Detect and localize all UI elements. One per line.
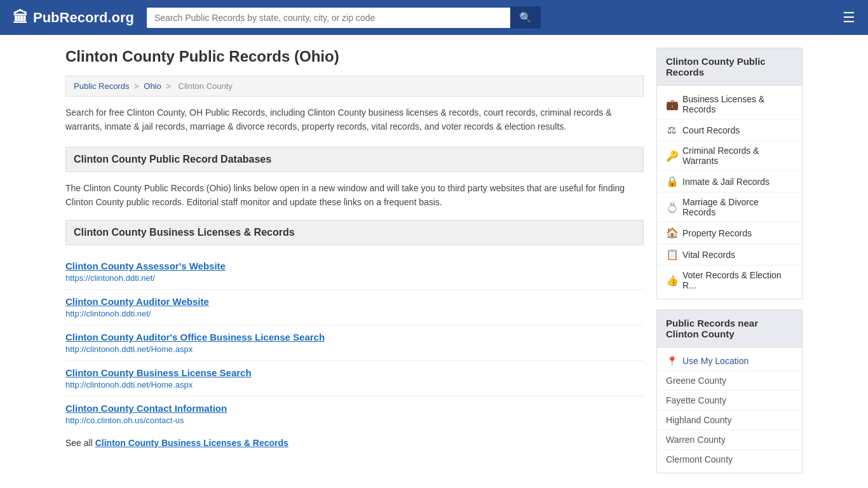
record-title-5[interactable]: Clinton County Contact Information (65, 403, 644, 414)
breadcrumb-sep-2: > (166, 81, 173, 91)
record-title-3[interactable]: Clinton County Auditor's Office Business… (65, 332, 644, 342)
breadcrumb-clinton-county: Clinton County (179, 81, 233, 91)
search-button[interactable]: 🔍 (510, 6, 541, 29)
sidebar-item-label-voter: Voter Records & Election R... (682, 270, 793, 290)
sidebar-nearby-fayette[interactable]: Fayette County (657, 391, 802, 410)
database-section-text: The Clinton County Public Records (Ohio)… (65, 181, 644, 210)
record-url-1[interactable]: https://clintonoh.ddti.net/ (65, 273, 644, 283)
database-section-header: Clinton County Public Record Databases (65, 147, 644, 172)
sidebar-use-location[interactable]: 📍 Use My Location (657, 351, 802, 371)
nearby-greene-label: Greene County (666, 376, 726, 386)
sidebar-nearby-warren[interactable]: Warren County (657, 430, 802, 450)
sidebar-public-records-content: 💼 Business Licenses & Records ⚖ Court Re… (657, 86, 802, 299)
nearby-fayette-label: Fayette County (666, 395, 726, 405)
key-icon: 🔑 (666, 150, 677, 162)
scales-icon: ⚖ (666, 124, 677, 136)
see-all-label: See all (65, 438, 93, 448)
sidebar-item-label-business: Business Licenses & Records (682, 94, 793, 114)
sidebar-item-vital-records[interactable]: 📋 Vital Records (657, 244, 802, 266)
sidebar-item-marriage-records[interactable]: 💍 Marriage & Divorce Records (657, 193, 802, 222)
nearby-warren-label: Warren County (666, 435, 726, 445)
main-wrapper: Clinton County Public Records (Ohio) Pub… (53, 35, 815, 488)
breadcrumb: Public Records > Ohio > Clinton County (65, 76, 644, 97)
sidebar-nearby-box: Public Records near Clinton County 📍 Use… (656, 309, 803, 473)
nearby-clermont-label: Clermont County (666, 454, 733, 464)
breadcrumb-ohio[interactable]: Ohio (144, 81, 161, 91)
record-title-2[interactable]: Clinton County Auditor Website (65, 296, 644, 307)
clipboard-icon: 📋 (666, 248, 677, 261)
sidebar-item-inmate-records[interactable]: 🔒 Inmate & Jail Records (657, 171, 802, 193)
business-section-header: Clinton County Business Licenses & Recor… (65, 220, 644, 245)
header: 🏛 PubRecord.org 🔍 ☰ (0, 0, 868, 35)
thumbsup-icon: 👍 (666, 274, 677, 287)
nearby-use-location-label: Use My Location (682, 356, 749, 366)
sidebar: Clinton County Public Records 💼 Business… (656, 48, 803, 484)
record-entry-5: Clinton County Contact Information http:… (65, 396, 644, 431)
sidebar-public-records-header: Clinton County Public Records (657, 48, 802, 86)
sidebar-item-criminal-records[interactable]: 🔑 Criminal Records & Warrants (657, 141, 802, 171)
sidebar-item-label-property: Property Records (682, 228, 752, 238)
content-area: Clinton County Public Records (Ohio) Pub… (65, 48, 644, 484)
record-title-1[interactable]: Clinton County Assessor's Website (65, 261, 644, 271)
lock-icon: 🔒 (666, 175, 677, 187)
sidebar-public-records-box: Clinton County Public Records 💼 Business… (656, 48, 803, 299)
see-all-link[interactable]: Clinton County Business Licenses & Recor… (95, 438, 288, 448)
location-pin-icon: 📍 (666, 356, 677, 366)
record-entry-2: Clinton County Auditor Website http://cl… (65, 290, 644, 325)
sidebar-nearby-greene[interactable]: Greene County (657, 371, 802, 391)
record-entry-4: Clinton County Business License Search h… (65, 361, 644, 396)
hamburger-button[interactable]: ☰ (843, 10, 855, 26)
record-entry-1: Clinton County Assessor's Website https:… (65, 254, 644, 290)
see-all-section: See all Clinton County Business Licenses… (65, 438, 644, 448)
building-icon: 🏛 (13, 9, 28, 27)
hamburger-icon: ☰ (843, 10, 855, 25)
sidebar-item-property-records[interactable]: 🏠 Property Records (657, 222, 802, 244)
search-container: 🔍 (147, 6, 541, 29)
record-list: Clinton County Assessor's Website https:… (65, 254, 644, 431)
description: Search for free Clinton County, OH Publi… (65, 105, 644, 134)
search-input[interactable] (147, 8, 510, 28)
search-icon: 🔍 (519, 12, 532, 23)
sidebar-nearby-content: 📍 Use My Location Greene County Fayette … (657, 348, 802, 473)
sidebar-item-label-inmate: Inmate & Jail Records (682, 177, 770, 187)
sidebar-item-label-marriage: Marriage & Divorce Records (682, 197, 793, 217)
sidebar-item-label-court: Court Records (682, 125, 740, 135)
breadcrumb-public-records[interactable]: Public Records (74, 81, 129, 91)
nearby-highland-label: Highland County (666, 415, 732, 425)
breadcrumb-sep-1: > (134, 81, 141, 91)
sidebar-item-business-licenses[interactable]: 💼 Business Licenses & Records (657, 90, 802, 119)
record-url-3[interactable]: http://clintonoh.ddti.net/Home.aspx (65, 344, 644, 354)
sidebar-nearby-clermont[interactable]: Clermont County (657, 450, 802, 469)
ring-icon: 💍 (666, 201, 677, 214)
logo-text: PubRecord.org (33, 10, 134, 26)
page-title: Clinton County Public Records (Ohio) (65, 48, 644, 65)
record-title-4[interactable]: Clinton County Business License Search (65, 367, 644, 378)
record-entry-3: Clinton County Auditor's Office Business… (65, 325, 644, 361)
sidebar-nearby-header: Public Records near Clinton County (657, 310, 802, 348)
sidebar-nearby-highland[interactable]: Highland County (657, 410, 802, 430)
briefcase-icon: 💼 (666, 98, 677, 111)
logo-area[interactable]: 🏛 PubRecord.org (13, 9, 134, 27)
record-url-4[interactable]: http://clintonoh.ddti.net/Home.aspx (65, 380, 644, 390)
sidebar-item-voter-records[interactable]: 👍 Voter Records & Election R... (657, 266, 802, 295)
record-url-5[interactable]: http://co.clinton.oh.us/contact-us (65, 416, 644, 425)
record-url-2[interactable]: http://clintonoh.ddti.net/ (65, 309, 644, 318)
sidebar-item-label-criminal: Criminal Records & Warrants (682, 146, 793, 166)
sidebar-item-court-records[interactable]: ⚖ Court Records (657, 119, 802, 141)
sidebar-item-label-vital: Vital Records (682, 250, 735, 260)
house-icon: 🏠 (666, 227, 677, 239)
